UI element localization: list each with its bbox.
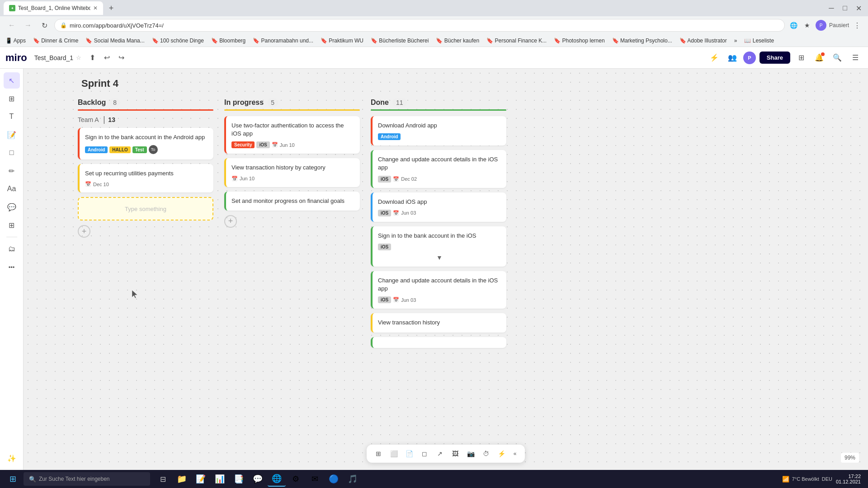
windows-start-button[interactable]: ⊞ [4,471,22,487]
taskbar-search[interactable]: 🔍 Zur Suche Text hier eingeben [24,472,150,486]
add-backlog-card[interactable]: + [78,225,90,238]
library-tool[interactable]: Aa [4,181,20,197]
collapse-toolbar[interactable]: « [510,449,519,458]
comment-tool[interactable]: 💬 [4,199,20,215]
card-view-transaction[interactable]: View transaction history [371,313,506,332]
card-update-account-1[interactable]: Change and update account details in the… [371,150,506,188]
bookmark-bloomberg[interactable]: 🔖 Bloomberg [211,38,245,44]
card-partial[interactable] [371,337,506,348]
card-update-account-2[interactable]: Change and update account details in the… [371,271,506,309]
plugin-tool-bottom[interactable]: ⚡ [495,447,508,460]
connector-tool-bottom[interactable]: ↗ [434,447,446,460]
upload-icon[interactable]: ⬆ [85,51,99,65]
sticky-tool-bottom[interactable]: 📄 [403,447,415,460]
taskbar-app-teams[interactable]: 💬 [249,471,267,487]
view-icon[interactable]: ⊞ [794,51,808,65]
close-button[interactable]: ✕ [853,2,864,14]
grid-tool[interactable]: ⊞ [4,217,20,233]
add-inprogress-card[interactable]: + [224,215,237,228]
video-tool-bottom[interactable]: 📷 [464,447,477,460]
redo-icon[interactable]: ↪ [114,51,128,65]
address-bar[interactable]: 🔒 miro.com/app/board/uXjVOeTrz74=/ [54,19,785,32]
bookmark-panorama[interactable]: 🔖 Panoramabahn und... [253,38,313,44]
user-avatar[interactable]: P [743,52,756,64]
taskbar-app-mail[interactable]: ✉ [306,471,324,487]
bookmark-marketing[interactable]: 🔖 Marketing Psycholo... [612,38,672,44]
taskbar-app-chrome[interactable]: 🌐 [268,471,286,487]
taskbar-app-explorer[interactable]: 📁 [173,471,191,487]
undo-icon[interactable]: ↩ [99,51,114,65]
templates-tool[interactable]: 🗂 [4,241,20,257]
star-icon[interactable]: ☆ [76,54,81,61]
notification-icon[interactable]: 🔔 [812,51,826,65]
extension-translate-icon[interactable]: 🌐 [788,20,799,31]
taskbar-app-powerpoint[interactable]: 📑 [230,471,248,487]
card-twofactor-auth[interactable]: Use two-factor authentication to access … [224,116,360,154]
canvas[interactable]: Sprint 4 Backlog 8 Team A │ 13 [24,69,868,470]
pen-tool[interactable]: ✏ [4,163,20,179]
select-tool[interactable]: ↖ [4,72,20,89]
board-name[interactable]: Test_Board_1 ☆ [34,54,81,61]
taskbar-app-edge[interactable]: 🔵 [325,471,343,487]
bookmark-social[interactable]: 🔖 Social Media Mana... [85,38,144,44]
tab-close-icon[interactable]: ✕ [93,5,98,11]
bookmark-praktikum[interactable]: 🔖 Praktikum WU [321,38,363,44]
miro-logo[interactable]: miro [5,52,27,64]
bookmark-photoshop[interactable]: 🔖 Photoshop lernen [554,38,604,44]
forward-button[interactable]: → [22,19,34,32]
expand-btn[interactable]: ▼ [378,254,501,261]
card-signin-bank-android[interactable]: Sign in to the bank account in the Andro… [78,128,213,160]
bookmark-bucher[interactable]: 🔖 Bücher kaufen [436,38,479,44]
extension-account-icon[interactable]: P [816,20,826,31]
shape-tool-bottom[interactable]: ◻ [418,447,431,460]
type-something-card[interactable]: Type something [78,197,213,221]
more-tools[interactable]: ••• [4,259,20,275]
timer-tool-bottom[interactable]: ⏱ [480,447,492,460]
taskbar-app-word[interactable]: 📝 [192,471,210,487]
taskbar-app-settings[interactable]: ⚙ [287,471,305,487]
taskbar-app-excel[interactable]: 📊 [211,471,229,487]
extension-bookmark-icon[interactable]: ★ [802,20,813,31]
magic-tool[interactable]: ✨ [4,450,20,466]
bookmark-apps[interactable]: 📱 Apps [5,38,26,44]
grid-tool-bottom[interactable]: ⊞ [372,447,385,460]
text-tool[interactable]: T [4,108,20,125]
share-button[interactable]: Share [760,52,790,64]
card-recurring-utilities[interactable]: Set up recurring utilities payments 📅 De… [78,164,213,192]
bookmark-more[interactable]: » [734,38,737,44]
wifi-icon[interactable]: 📶 [782,476,789,483]
frame-tool-bottom[interactable]: ⬜ [387,447,400,460]
bookmark-finance[interactable]: 🔖 Personal Finance K... [486,38,547,44]
card-financial-goals[interactable]: Set and monitor progress on financial go… [224,192,360,211]
taskbar-app-taskview[interactable]: ⊟ [154,471,172,487]
taskbar-app-spotify[interactable]: 🎵 [344,471,362,487]
image-tool-bottom[interactable]: 🖼 [449,447,462,460]
sticky-tool[interactable]: 📝 [4,127,20,143]
maximize-button[interactable]: □ [839,2,851,14]
sidebar-icon[interactable]: ☰ [848,51,863,65]
tag-ios: iOS [378,176,391,183]
shapes-tool[interactable]: □ [4,145,20,161]
card-signin-ios[interactable]: Sign in to the bank account in the iOS i… [371,226,506,267]
card-download-android[interactable]: Download Android app Android [371,116,506,145]
bookmark-100[interactable]: 🔖 100 schöne Dinge [152,38,204,44]
filter-icon[interactable]: ⚡ [707,51,722,65]
card-download-ios[interactable]: Download iOS app iOS 📅 Jun 03 [371,192,506,222]
taskbar-clock[interactable]: 17:22 01.12.2021 [836,474,861,484]
frames-tool[interactable]: ⊞ [4,90,20,107]
users-icon[interactable]: 👥 [725,51,740,65]
refresh-button[interactable]: ↻ [38,19,51,32]
bookmark-adobe[interactable]: 🔖 Adobe Illustrator [679,38,727,44]
bookmark-bucherliste[interactable]: 🔖 Bücherliste Bücherei [371,38,429,44]
bookmark-dinner[interactable]: 🔖 Dinner & Crime [33,38,78,44]
bookmark-leseliste[interactable]: 📖 Leseliste [744,38,774,44]
back-button[interactable]: ← [5,19,18,32]
zoom-indicator[interactable]: 99% [841,453,859,463]
search-icon[interactable]: 🔍 [830,51,844,65]
card-transaction-category[interactable]: View transaction history by category 📅 J… [224,158,360,187]
more-icon[interactable]: ⋮ [852,20,863,31]
minimize-button[interactable]: ─ [826,2,837,14]
active-tab[interactable]: ✦ Test_Board_1, Online Whiteboar... ✕ [4,1,103,15]
new-tab-button[interactable]: + [105,2,118,14]
calendar-icon: 📅 [272,142,278,148]
